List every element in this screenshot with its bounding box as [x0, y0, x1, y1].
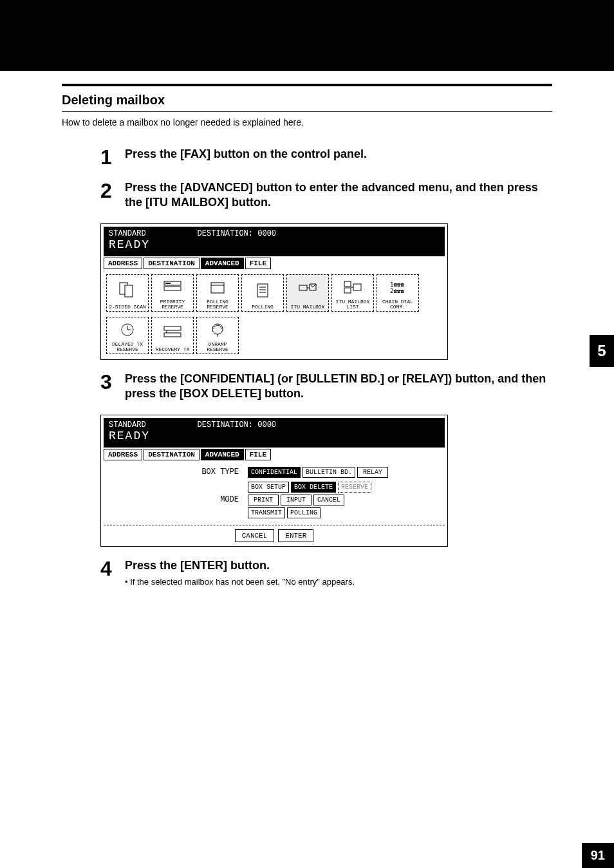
itu-mailbox-list-icon	[332, 275, 373, 299]
adv-btn-chaindial[interactable]: 1☎☎☎2☎☎☎ CHAIN DIAL COMM.	[377, 274, 419, 312]
bulletin-button[interactable]: BULLETIN BD.	[302, 467, 355, 478]
svg-text:2☎☎☎: 2☎☎☎	[390, 288, 404, 294]
itu-mailbox-icon	[287, 275, 328, 305]
svg-rect-3	[164, 287, 181, 290]
input-button[interactable]: INPUT	[281, 495, 312, 505]
step-text: Press the [ADVANCED] button to enter the…	[125, 180, 552, 211]
tab-row: ADDRESS DESTINATION ADVANCED FILE	[104, 449, 445, 460]
enter-button[interactable]: ENTER	[278, 529, 313, 542]
step-text: Press the [CONFIDENTIAL] (or [BULLETIN B…	[125, 372, 552, 402]
step-number: 2	[100, 180, 120, 201]
destination-text: DESTINATION: 0000	[198, 229, 276, 238]
adv-btn-priority[interactable]: PRIORITY RESERVE	[151, 274, 194, 312]
svg-rect-13	[344, 281, 351, 287]
adv-btn-itumailboxlist[interactable]: ITU MAILBOX LIST	[331, 274, 374, 312]
svg-rect-23	[164, 333, 181, 337]
print-button[interactable]: PRINT	[248, 495, 279, 505]
step-note: If the selected mailbox has not been set…	[125, 577, 552, 587]
polling-button[interactable]: POLLING	[287, 507, 321, 518]
step-3: 3 Press the [CONFIDENTIAL] (or [BULLETIN…	[62, 372, 552, 402]
chain-dial-icon: 1☎☎☎2☎☎☎	[377, 275, 418, 299]
tab-file[interactable]: FILE	[245, 449, 271, 460]
ready-text: READY	[109, 429, 440, 442]
cancel-button[interactable]: CANCEL	[235, 529, 275, 542]
top-black-band	[0, 0, 614, 71]
status-text: STANDARD	[109, 229, 146, 238]
polling-reserve-icon	[197, 275, 238, 299]
svg-rect-14	[344, 288, 351, 293]
adv-btn-itumailbox[interactable]: ITU MAILBOX	[286, 274, 329, 312]
polling-icon	[242, 275, 283, 305]
ready-text: READY	[109, 238, 440, 251]
onramp-icon	[197, 317, 238, 342]
tab-advanced[interactable]: ADVANCED	[201, 449, 244, 460]
step-text: Press the [FAX] button on the control pa…	[125, 147, 552, 162]
priority-icon	[152, 275, 193, 299]
svg-text:1☎☎☎: 1☎☎☎	[390, 281, 404, 288]
section-title: Deleting mailbox	[62, 86, 552, 112]
step-1: 1 Press the [FAX] button on the control …	[62, 147, 552, 167]
step-number: 1	[100, 147, 120, 167]
lcd-screen-boxtype: STANDARD DESTINATION: 0000 READY ADDRESS…	[100, 415, 448, 547]
clock-icon	[107, 317, 148, 342]
two-sided-icon	[107, 275, 148, 305]
svg-rect-22	[164, 326, 181, 330]
adv-btn-2sided[interactable]: 2-SIDED SCAN	[106, 274, 149, 312]
step-2: 2 Press the [ADVANCED] button to enter t…	[62, 180, 552, 211]
svg-rect-15	[353, 284, 361, 290]
status-text: STANDARD	[109, 420, 146, 429]
tab-file[interactable]: FILE	[245, 258, 271, 269]
box-delete-button[interactable]: BOX DELETE	[291, 482, 336, 493]
lcd-screen-advanced: STANDARD DESTINATION: 0000 READY ADDRESS…	[100, 223, 448, 360]
tab-destination[interactable]: DESTINATION	[144, 449, 200, 460]
relay-button[interactable]: RELAY	[357, 467, 388, 478]
transmit-button[interactable]: TRANSMIT	[248, 507, 285, 518]
step-number: 4	[100, 558, 120, 579]
tab-address[interactable]: ADDRESS	[104, 449, 142, 460]
adv-btn-onramp[interactable]: ONRAMP RESERVE	[196, 317, 239, 354]
confidential-button[interactable]: CONFIDENTIAL	[248, 467, 301, 478]
adv-btn-delayedtx[interactable]: DELAYED TX RESERVE	[106, 317, 149, 354]
adv-btn-polling[interactable]: POLLING	[241, 274, 284, 312]
tab-row: ADDRESS DESTINATION ADVANCED FILE	[104, 258, 445, 269]
reserve-button: RESERVE	[338, 482, 371, 493]
tab-advanced[interactable]: ADVANCED	[201, 258, 244, 269]
svg-rect-4	[165, 283, 171, 284]
chapter-tab: 5	[590, 335, 614, 367]
cancel-mode-button[interactable]: CANCEL	[313, 495, 344, 505]
adv-btn-pollingres[interactable]: POLLING RESERVE	[196, 274, 239, 312]
step-text: Press the [ENTER] button.	[125, 558, 552, 573]
recovery-icon	[152, 317, 193, 347]
box-setup-button[interactable]: BOX SETUP	[248, 482, 289, 493]
box-type-label: BOX TYPE	[110, 467, 248, 476]
step-4: 4 Press the [ENTER] button. If the selec…	[62, 558, 552, 587]
mode-label: MODE	[110, 495, 248, 504]
intro-text: How to delete a mailbox no longer needed…	[62, 117, 552, 127]
svg-rect-5	[211, 283, 224, 293]
svg-rect-11	[299, 285, 307, 290]
adv-btn-recovery[interactable]: RECOVERY TX	[151, 317, 194, 354]
svg-rect-7	[257, 284, 268, 297]
tab-address[interactable]: ADDRESS	[104, 258, 142, 269]
tab-destination[interactable]: DESTINATION	[144, 258, 200, 269]
destination-text: DESTINATION: 0000	[198, 420, 276, 429]
step-number: 3	[100, 372, 120, 392]
svg-rect-1	[125, 285, 133, 297]
